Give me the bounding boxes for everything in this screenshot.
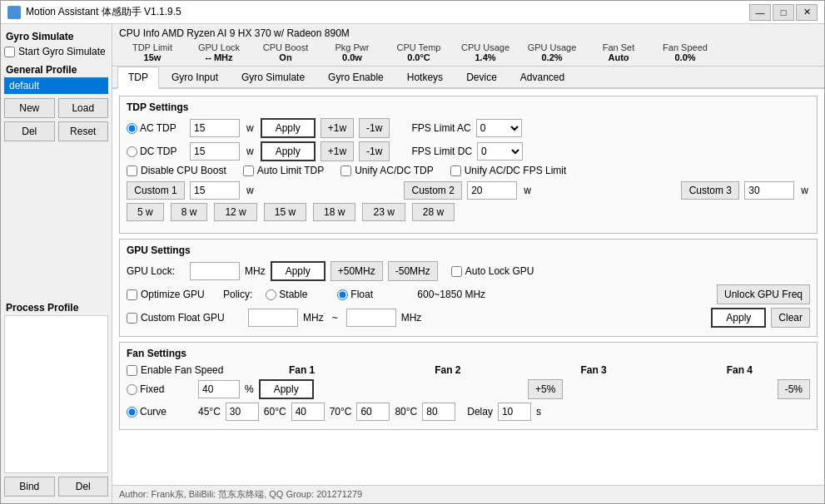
enable-fan-speed-label[interactable]: Enable Fan Speed xyxy=(127,364,226,376)
stat-cpu-temp-value: 0.0°C xyxy=(407,52,430,62)
quick-23w[interactable]: 23 w xyxy=(362,203,405,221)
gpu-apply-button[interactable]: Apply xyxy=(271,261,326,281)
gpu-minus50-button[interactable]: -50MHz xyxy=(388,261,438,281)
tab-advanced[interactable]: Advanced xyxy=(509,67,575,87)
del2-button[interactable]: Del xyxy=(58,477,109,497)
gpu-lock-input[interactable] xyxy=(190,262,240,280)
unify-ac-dc-fps-checkbox[interactable] xyxy=(450,166,461,176)
delay-input[interactable] xyxy=(498,403,531,421)
custom-float-gpu-text: Custom Float GPU xyxy=(141,312,225,324)
quick-8w[interactable]: 8 w xyxy=(171,203,208,221)
auto-limit-tdp-label[interactable]: Auto Limit TDP xyxy=(243,165,324,176)
tab-gyro-enable[interactable]: Gyro Enable xyxy=(317,67,395,87)
custom3-button[interactable]: Custom 3 xyxy=(681,181,739,200)
quick-12w[interactable]: 12 w xyxy=(214,203,256,221)
ac-tdp-apply-button[interactable]: Apply xyxy=(261,118,316,138)
enable-fan-speed-checkbox[interactable] xyxy=(127,365,137,376)
gpu-plus50-button[interactable]: +50MHz xyxy=(330,261,383,281)
fixed-apply-button[interactable]: Apply xyxy=(259,379,314,399)
dc-tdp-row: DC TDP w Apply +1w -1w FPS Limit DC 0 30… xyxy=(127,141,810,161)
unify-ac-dc-fps-label[interactable]: Unify AC/DC FPS Limit xyxy=(450,165,567,176)
load-button[interactable]: Load xyxy=(58,98,109,118)
unlock-gpu-freq-button[interactable]: Unlock GPU Freq xyxy=(717,284,810,304)
close-button[interactable]: ✕ xyxy=(796,4,818,21)
float-apply-button[interactable]: Apply xyxy=(711,308,766,328)
disable-cpu-boost-checkbox[interactable] xyxy=(127,166,137,176)
quick-5w[interactable]: 5 w xyxy=(127,203,164,221)
custom-float-gpu-label[interactable]: Custom Float GPU xyxy=(127,312,226,324)
maximize-button[interactable]: □ xyxy=(773,4,794,21)
tab-tdp[interactable]: TDP xyxy=(117,67,159,89)
tab-gyro-simulate[interactable]: Gyro Simulate xyxy=(231,67,316,87)
custom-float-tilde: ~ xyxy=(332,312,338,324)
main-area: CPU Info AMD Ryzen AI 9 HX 370 w/ Radeon… xyxy=(112,24,824,503)
ac-tdp-plus1-button[interactable]: +1w xyxy=(321,118,354,138)
stat-tdp-limit-label: TDP Limit xyxy=(132,42,172,52)
gpu-lock-label: GPU Lock: xyxy=(127,265,185,277)
auto-limit-tdp-checkbox[interactable] xyxy=(243,166,254,176)
dc-tdp-input[interactable] xyxy=(190,142,240,161)
ac-tdp-minus1-button[interactable]: -1w xyxy=(359,118,390,138)
auto-lock-gpu-label[interactable]: Auto Lock GPU xyxy=(451,265,534,277)
fps-limit-dc-select[interactable]: 0 30 60 xyxy=(477,142,523,161)
minimize-button[interactable]: — xyxy=(749,4,771,21)
float-radio[interactable] xyxy=(337,289,348,300)
fixed-minus5-button[interactable]: -5% xyxy=(778,379,810,399)
optimize-gpu-checkbox[interactable] xyxy=(127,289,137,300)
app-icon xyxy=(7,6,21,19)
fan-section-title: Fan Settings xyxy=(127,348,810,359)
custom1-input[interactable] xyxy=(190,181,240,200)
fps-limit-ac-select[interactable]: 0 30 60 xyxy=(476,119,522,137)
curve-speed3-input[interactable] xyxy=(356,403,390,421)
quick-15w[interactable]: 15 w xyxy=(264,203,306,221)
stable-radio[interactable] xyxy=(266,289,276,300)
float-clear-button[interactable]: Clear xyxy=(771,308,810,328)
custom2-button[interactable]: Custom 2 xyxy=(404,181,462,200)
stable-radio-label[interactable]: Stable xyxy=(266,289,324,300)
custom-float-min-input[interactable] xyxy=(248,309,298,327)
curve-radio-label[interactable]: Curve xyxy=(127,406,193,418)
start-gyro-checkbox[interactable] xyxy=(4,47,15,57)
disable-cpu-boost-label[interactable]: Disable CPU Boost xyxy=(127,165,226,176)
tab-hotkeys[interactable]: Hotkeys xyxy=(396,67,454,87)
reset-button[interactable]: Reset xyxy=(58,121,109,141)
custom2-input[interactable] xyxy=(467,181,517,200)
float-radio-label[interactable]: Float xyxy=(337,289,395,300)
del-button[interactable]: Del xyxy=(4,121,55,141)
ac-tdp-radio-label[interactable]: AC TDP xyxy=(127,122,185,134)
curve-speed1-input[interactable] xyxy=(226,403,259,421)
custom1-button[interactable]: Custom 1 xyxy=(127,181,185,200)
fixed-value-input[interactable] xyxy=(198,380,240,398)
optimize-gpu-label[interactable]: Optimize GPU xyxy=(127,289,210,300)
dc-tdp-radio[interactable] xyxy=(127,146,137,157)
quick-28w[interactable]: 28 w xyxy=(412,203,455,221)
custom-float-max-input[interactable] xyxy=(346,309,396,327)
profile-btn-row2: Del Reset xyxy=(4,121,108,141)
custom3-input[interactable] xyxy=(744,181,794,200)
auto-lock-gpu-text: Auto Lock GPU xyxy=(465,265,534,277)
default-profile-item[interactable]: default xyxy=(4,77,108,94)
auto-lock-gpu-checkbox[interactable] xyxy=(451,266,462,277)
curve-speed2-input[interactable] xyxy=(291,403,325,421)
dc-tdp-plus1-button[interactable]: +1w xyxy=(321,141,354,161)
unify-ac-dc-tdp-label[interactable]: Unify AC/DC TDP xyxy=(340,165,433,176)
bind-del-row: Bind Del xyxy=(4,477,108,497)
fixed-radio-label[interactable]: Fixed xyxy=(127,383,193,395)
custom-float-gpu-checkbox[interactable] xyxy=(127,313,137,324)
dc-tdp-apply-button[interactable]: Apply xyxy=(261,141,316,161)
ac-tdp-radio[interactable] xyxy=(127,123,137,134)
tab-gyro-input[interactable]: Gyro Input xyxy=(161,67,229,87)
new-button[interactable]: New xyxy=(4,98,55,118)
quick-18w[interactable]: 18 w xyxy=(313,203,355,221)
stat-fan-speed-label: Fan Speed xyxy=(663,42,708,52)
bind-button[interactable]: Bind xyxy=(4,477,55,497)
fixed-radio[interactable] xyxy=(127,384,137,395)
dc-tdp-minus1-button[interactable]: -1w xyxy=(359,141,390,161)
ac-tdp-input[interactable] xyxy=(190,119,240,137)
curve-radio[interactable] xyxy=(127,407,137,418)
curve-speed4-input[interactable] xyxy=(422,403,455,421)
fixed-plus5-button[interactable]: +5% xyxy=(528,379,563,399)
unify-ac-dc-tdp-checkbox[interactable] xyxy=(340,166,351,176)
tab-device[interactable]: Device xyxy=(455,67,508,87)
dc-tdp-radio-label[interactable]: DC TDP xyxy=(127,146,185,157)
